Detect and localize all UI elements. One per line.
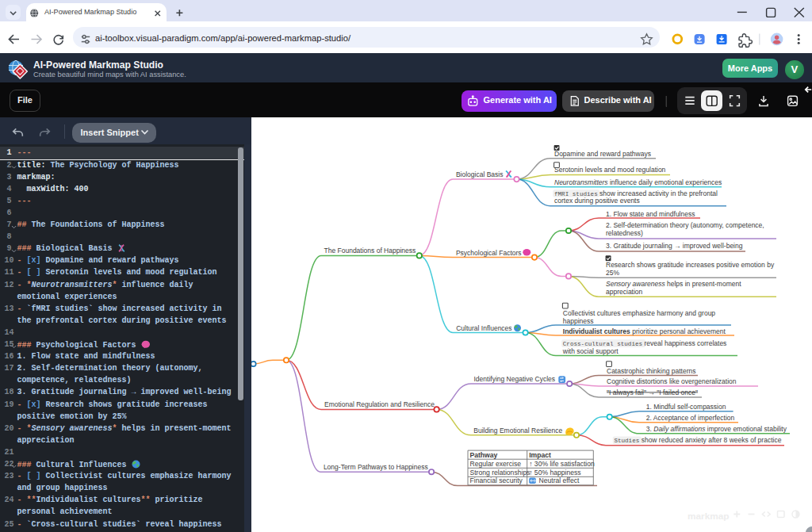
svg-text:Collectivist cultures emphasiz: Collectivist cultures emphasize harmony … — [563, 309, 716, 317]
svg-text:↑ 50% happiness: ↑ 50% happiness — [529, 469, 580, 477]
svg-text:Neutral effect: Neutral effect — [539, 477, 580, 484]
svg-text:Research shows gratitude incre: Research shows gratitude increases posit… — [606, 261, 775, 269]
svg-text:25%: 25% — [606, 269, 619, 277]
svg-text:The Foundations of Happiness: The Foundations of Happiness — [324, 247, 416, 255]
svg-text:3. Gratitude journaling → impr: 3. Gratitude journaling → improved well-… — [606, 242, 743, 250]
svg-text:Serotonin levels and mood regu: Serotonin levels and mood regulation — [554, 166, 666, 174]
svg-text:relatedness): relatedness) — [606, 229, 643, 237]
svg-text:Psychological Factors: Psychological Factors — [456, 249, 522, 257]
svg-text:Neurotransmitters influence da: Neurotransmitters influence daily emotio… — [554, 178, 722, 186]
svg-text:Emotional Regulation and Resil: Emotional Regulation and Resilience — [324, 400, 435, 408]
svg-text:cortex during positive events: cortex during positive events — [554, 197, 640, 205]
svg-text:appreciation: appreciation — [606, 288, 643, 296]
svg-text:Dopamine and reward pathways: Dopamine and reward pathways — [554, 150, 651, 158]
svg-text:Cultural Influences: Cultural Influences — [456, 324, 511, 332]
svg-text:Biological Basis: Biological Basis — [456, 170, 504, 178]
svg-text:Building Emotional Resilience: Building Emotional Resilience — [473, 427, 562, 434]
svg-text:markmap: markmap — [688, 511, 729, 522]
svg-text:↑ 30% life satisfaction: ↑ 30% life satisfaction — [529, 460, 595, 468]
svg-text:Pathway: Pathway — [470, 451, 498, 459]
svg-text:Long-Term Pathways to Happines: Long-Term Pathways to Happiness — [324, 463, 428, 471]
svg-text:happiness: happiness — [563, 317, 594, 325]
svg-text:1. Flow state and mindfulness: 1. Flow state and mindfulness — [606, 210, 695, 218]
svg-text:Cross-cultural studies reveal: Cross-cultural studies reveal happiness … — [563, 339, 727, 347]
svg-text:Financial security: Financial security — [470, 477, 523, 484]
svg-text:3. Daily affirmations improve: 3. Daily affirmations improve emotional … — [646, 425, 787, 433]
svg-text:1. Mindful self-compassion: 1. Mindful self-compassion — [646, 403, 726, 411]
svg-text:Studies show reduced anxiety a: Studies show reduced anxiety after 8 wee… — [614, 436, 781, 444]
svg-text:Individualist cultures priorit: Individualist cultures prioritize person… — [563, 327, 726, 335]
svg-text:2. Acceptance of imperfection: 2. Acceptance of imperfection — [646, 414, 735, 422]
svg-text:Impact: Impact — [529, 451, 551, 459]
svg-text:Strong relationships: Strong relationships — [470, 469, 530, 477]
svg-text:with social support: with social support — [562, 347, 619, 355]
svg-text:Catastrophic thinking patterns: Catastrophic thinking patterns — [607, 367, 695, 375]
svg-text:Regular exercise: Regular exercise — [470, 460, 522, 468]
svg-text:Identifying Negative Cycles: Identifying Negative Cycles — [474, 375, 556, 383]
svg-text:2. Self-determination theory (: 2. Self-determination theory (autonomy, … — [606, 221, 764, 229]
svg-text:Cognitive distortions like ove: Cognitive distortions like overgeneraliz… — [607, 377, 737, 385]
